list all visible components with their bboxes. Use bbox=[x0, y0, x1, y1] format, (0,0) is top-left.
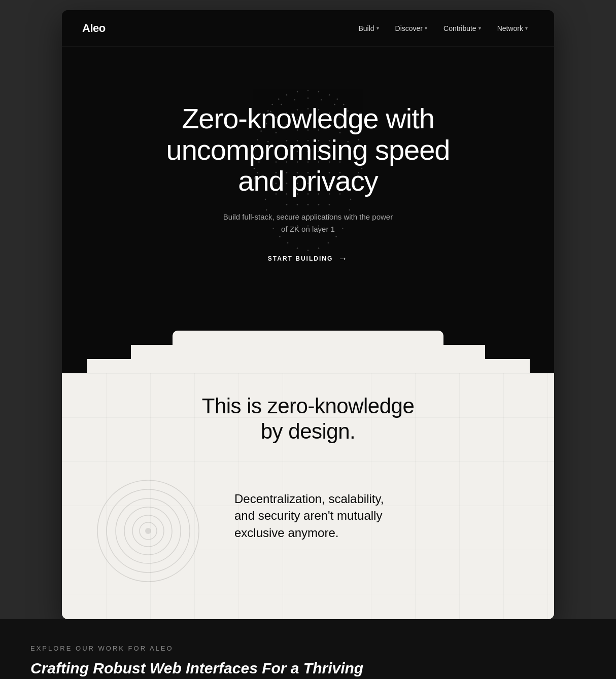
start-building-button[interactable]: START BUILDING → bbox=[268, 254, 348, 264]
arrow-right-icon: → bbox=[338, 254, 348, 264]
svg-point-126 bbox=[328, 242, 329, 244]
nav-contribute[interactable]: Contribute ▾ bbox=[437, 21, 487, 35]
zk-description-text: Decentralization, scalability, and secur… bbox=[234, 490, 407, 542]
chevron-down-icon: ▾ bbox=[478, 25, 481, 31]
bottom-section: EXPLORE OUR WORK FOR ALEO Crafting Robus… bbox=[0, 619, 616, 679]
svg-point-117 bbox=[266, 209, 267, 211]
step-card-1 bbox=[173, 331, 443, 345]
zk-section-title: This is zero-knowledge by design. bbox=[92, 394, 524, 445]
zk-title-area: This is zero-knowledge by design. bbox=[92, 394, 524, 445]
chevron-down-icon: ▾ bbox=[425, 25, 427, 31]
browser-window: Aleo Build ▾ Discover ▾ Contribute ▾ Net… bbox=[62, 10, 554, 619]
svg-point-118 bbox=[349, 209, 351, 211]
nav-discover[interactable]: Discover ▾ bbox=[389, 21, 433, 35]
hero-subtitle: Build full-stack, secure applications wi… bbox=[222, 211, 394, 235]
logo[interactable]: Aleo bbox=[82, 22, 106, 35]
svg-point-100 bbox=[286, 204, 288, 205]
zk-content-row: Decentralization, scalability, and secur… bbox=[92, 475, 524, 589]
svg-point-4 bbox=[286, 94, 288, 96]
svg-point-101 bbox=[329, 204, 330, 205]
explore-label: EXPLORE OUR WORK FOR ALEO bbox=[30, 645, 586, 652]
svg-point-128 bbox=[318, 247, 320, 249]
svg-point-127 bbox=[297, 247, 298, 249]
svg-point-6 bbox=[278, 98, 280, 100]
svg-point-124 bbox=[335, 236, 337, 237]
svg-point-116 bbox=[350, 199, 352, 200]
svg-point-102 bbox=[297, 204, 298, 205]
svg-point-14 bbox=[307, 97, 309, 99]
svg-point-103 bbox=[318, 204, 320, 205]
nav-links: Build ▾ Discover ▾ Contribute ▾ Network … bbox=[352, 21, 534, 35]
chevron-down-icon: ▾ bbox=[377, 25, 379, 31]
zk-description-area: Decentralization, scalability, and secur… bbox=[234, 475, 524, 542]
step-card-3 bbox=[87, 359, 530, 373]
concentric-circles-svg bbox=[92, 475, 204, 587]
hero-section: Zero-knowledge with uncompromising speed… bbox=[62, 47, 554, 331]
svg-point-115 bbox=[265, 199, 266, 200]
svg-point-15 bbox=[294, 99, 295, 100]
svg-point-7 bbox=[336, 98, 338, 100]
svg-point-3 bbox=[318, 91, 320, 93]
navigation: Aleo Build ▾ Discover ▾ Contribute ▾ Net… bbox=[62, 10, 554, 47]
zk-main-content: This is zero-knowledge by design. bbox=[62, 373, 554, 619]
svg-point-137 bbox=[145, 528, 151, 534]
svg-point-5 bbox=[329, 94, 330, 96]
nav-network[interactable]: Network ▾ bbox=[491, 21, 534, 35]
svg-point-104 bbox=[307, 204, 309, 205]
svg-point-1 bbox=[307, 89, 309, 91]
svg-point-2 bbox=[297, 91, 298, 93]
circles-visual bbox=[92, 475, 214, 589]
zk-section-wrapper: This is zero-knowledge by design. bbox=[62, 331, 554, 619]
chevron-down-icon: ▾ bbox=[525, 25, 528, 31]
nav-build[interactable]: Build ▾ bbox=[352, 21, 385, 35]
step-card-2 bbox=[131, 345, 485, 359]
svg-point-123 bbox=[279, 236, 281, 237]
svg-point-129 bbox=[307, 250, 309, 252]
hero-title: Zero-knowledge with uncompromising speed… bbox=[156, 103, 460, 197]
svg-point-16 bbox=[321, 99, 322, 100]
explore-title: Crafting Robust Web Interfaces For a Thr… bbox=[30, 659, 386, 679]
svg-point-125 bbox=[287, 242, 289, 244]
card-steps bbox=[62, 331, 554, 373]
